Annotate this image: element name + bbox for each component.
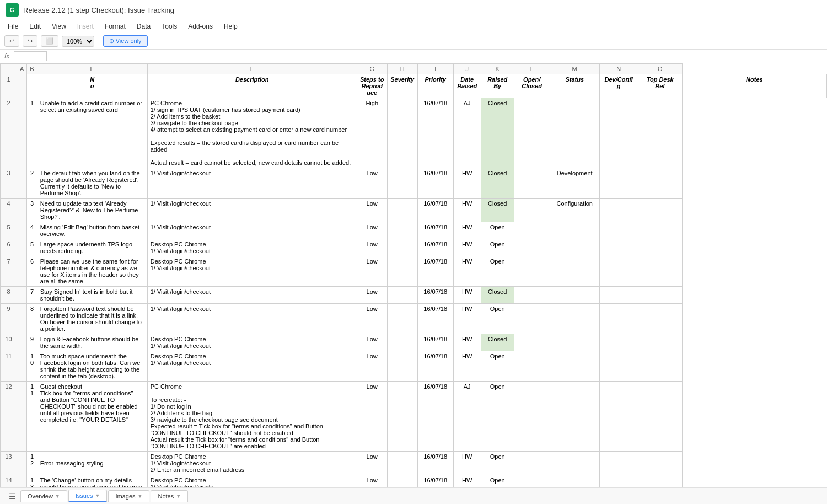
cell-steps[interactable]: Desktop PC Chrome 1/ Visit /login/checko… — [147, 334, 357, 351]
zoom-select[interactable]: 100% 75% 125% — [62, 36, 94, 47]
cell-notes[interactable] — [638, 351, 682, 382]
cell-raised-by[interactable]: HW — [453, 334, 481, 351]
col-header-o[interactable]: O — [638, 64, 682, 74]
col-header-a[interactable]: A — [17, 64, 27, 74]
cell-open-closed[interactable]: Closed — [481, 287, 514, 304]
cell-a[interactable] — [17, 168, 27, 199]
cell-notes[interactable] — [638, 222, 682, 239]
cell-raised-by[interactable]: HW — [453, 304, 481, 334]
cell-dev-config[interactable] — [550, 256, 599, 287]
row-header[interactable]: 10 — [1, 334, 17, 351]
cell-date[interactable]: 16/07/18 — [417, 452, 453, 475]
col-header-f[interactable]: F — [147, 64, 357, 74]
cell-priority[interactable] — [387, 382, 417, 452]
cell-raised-by[interactable]: HW — [453, 452, 481, 475]
cell-raised-by[interactable]: HW — [453, 199, 481, 222]
col-header-g[interactable]: G — [357, 64, 387, 74]
cell-b[interactable]: 2 — [27, 168, 37, 199]
cell-steps[interactable]: 1/ Visit /login/checkout — [147, 287, 357, 304]
col-header-e[interactable]: E — [37, 64, 147, 74]
cell-description[interactable]: Login & Facebook buttons should be the s… — [37, 334, 147, 351]
cell-m1[interactable]: Status — [550, 74, 599, 98]
cell-open-closed[interactable]: Open — [481, 382, 514, 452]
cell-severity[interactable]: Low — [357, 351, 387, 382]
cell-date[interactable]: 16/07/18 — [417, 334, 453, 351]
col-header-j[interactable]: J — [453, 64, 481, 74]
cell-status[interactable] — [514, 199, 550, 222]
tab-issues[interactable]: Issues ▼ — [68, 490, 108, 490]
cell-a[interactable] — [17, 199, 27, 222]
cell-top-desk[interactable] — [599, 239, 638, 256]
cell-priority[interactable] — [387, 199, 417, 222]
cell-top-desk[interactable] — [599, 351, 638, 382]
col-header-h[interactable]: H — [387, 64, 417, 74]
cell-date[interactable]: 16/07/18 — [417, 98, 453, 168]
cell-severity[interactable]: Low — [357, 199, 387, 222]
row-header[interactable]: 5 — [1, 222, 17, 239]
cell-open-closed[interactable]: Open — [481, 452, 514, 475]
cell-i1[interactable]: Priority — [417, 74, 453, 98]
cell-raised-by[interactable]: HW — [453, 287, 481, 304]
cell-open-closed[interactable]: Open — [481, 256, 514, 287]
cell-b[interactable]: 9 — [27, 334, 37, 351]
cell-top-desk[interactable] — [599, 304, 638, 334]
row-header[interactable]: 4 — [1, 199, 17, 222]
cell-b[interactable]: 3 — [27, 199, 37, 222]
cell-dev-config[interactable] — [550, 334, 599, 351]
cell-raised-by[interactable]: HW — [453, 222, 481, 239]
cell-severity[interactable]: Low — [357, 334, 387, 351]
cell-b[interactable]: 5 — [27, 239, 37, 256]
menu-addons[interactable]: Add-ons — [186, 22, 215, 31]
cell-steps[interactable]: 1/ Visit /login/checkout — [147, 168, 357, 199]
cell-steps[interactable]: 1/ Visit /login/checkout — [147, 304, 357, 334]
cell-severity[interactable]: Low — [357, 304, 387, 334]
cell-priority[interactable] — [387, 168, 417, 199]
cell-open-closed[interactable]: Open — [481, 351, 514, 382]
col-header-n[interactable]: N — [599, 64, 638, 74]
spreadsheet-container[interactable]: A B E F G H I J K L M N O 1 No Descripti… — [0, 63, 827, 490]
cell-dev-config[interactable] — [550, 222, 599, 239]
cell-g1[interactable]: Steps to Reproduce — [357, 74, 387, 98]
cell-raised-by[interactable]: AJ — [453, 98, 481, 168]
cell-description[interactable]: Guest checkout Tick box for "terms and c… — [37, 382, 147, 452]
row-header[interactable]: 12 — [1, 382, 17, 452]
cell-f1[interactable]: Description — [147, 74, 357, 98]
cell-dev-config[interactable] — [550, 452, 599, 475]
cell-notes[interactable] — [638, 98, 682, 168]
cell-severity[interactable]: Low — [357, 452, 387, 475]
cell-severity[interactable]: Low — [357, 239, 387, 256]
formula-input[interactable] — [14, 51, 47, 61]
cell-status[interactable] — [514, 98, 550, 168]
cell-b[interactable]: 8 — [27, 304, 37, 334]
col-header-b[interactable]: B — [27, 64, 37, 74]
row-header[interactable]: 13 — [1, 452, 17, 475]
menu-file[interactable]: File — [6, 22, 20, 31]
cell-a[interactable] — [17, 382, 27, 452]
cell-severity[interactable]: Low — [357, 382, 387, 452]
row-header[interactable]: 7 — [1, 256, 17, 287]
cell-a[interactable] — [17, 222, 27, 239]
cell-p1[interactable]: Notes — [682, 74, 826, 98]
col-header-k[interactable]: K — [481, 64, 514, 74]
cell-status[interactable] — [514, 334, 550, 351]
cell-b[interactable]: 11 — [27, 382, 37, 452]
cell-o1[interactable]: Top Desk Ref — [638, 74, 682, 98]
cell-steps[interactable]: Desktop PC Chrome 1/ Visit /login/checko… — [147, 351, 357, 382]
cell-notes[interactable] — [638, 334, 682, 351]
cell-k1[interactable]: Raised By — [481, 74, 514, 98]
row-header[interactable]: 8 — [1, 287, 17, 304]
cell-priority[interactable] — [387, 222, 417, 239]
cell-top-desk[interactable] — [599, 199, 638, 222]
cell-top-desk[interactable] — [599, 382, 638, 452]
cell-date[interactable]: 16/07/18 — [417, 382, 453, 452]
cell-a[interactable] — [17, 452, 27, 475]
cell-a1[interactable] — [17, 74, 27, 98]
cell-h1[interactable]: Severity — [387, 74, 417, 98]
cell-raised-by[interactable]: HW — [453, 168, 481, 199]
cell-raised-by[interactable]: HW — [453, 351, 481, 382]
cell-a[interactable] — [17, 239, 27, 256]
cell-notes[interactable] — [638, 256, 682, 287]
cell-open-closed[interactable]: Closed — [481, 334, 514, 351]
cell-top-desk[interactable] — [599, 287, 638, 304]
cell-description[interactable]: Missing 'Edit Bag' button from basket ov… — [37, 222, 147, 239]
